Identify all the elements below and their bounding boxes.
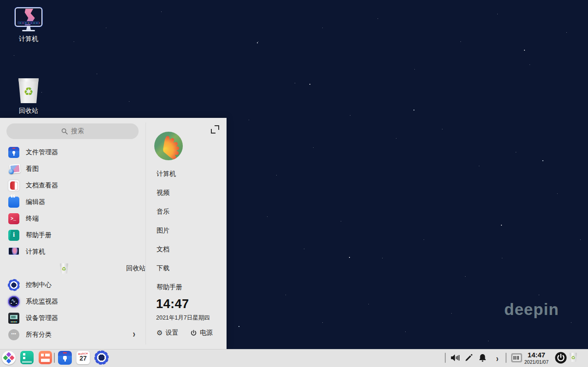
settings-label: 设置 bbox=[165, 329, 178, 337]
app-label: 控制中心 bbox=[26, 281, 52, 289]
app-label: 所有分类 bbox=[26, 331, 52, 339]
dock-control-center-icon[interactable] bbox=[95, 351, 108, 364]
device-manager-icon bbox=[8, 313, 19, 324]
launcher-app-file-manager[interactable]: 文件管理器 bbox=[0, 144, 146, 161]
dock-app-grid-icon[interactable] bbox=[39, 351, 52, 364]
shortcut-videos[interactable]: 视频 bbox=[157, 189, 169, 197]
launcher-divider bbox=[146, 122, 146, 344]
power-button[interactable]: 电源 bbox=[190, 329, 213, 337]
tray-expand-chevron-icon[interactable]: › bbox=[493, 354, 502, 362]
search-icon bbox=[61, 128, 68, 135]
shortcut-pictures[interactable]: 图片 bbox=[157, 227, 169, 235]
app-label: 编辑器 bbox=[26, 198, 45, 206]
desktop-icon-label: 回收站 bbox=[6, 107, 51, 115]
deepin-watermark: deepin bbox=[504, 300, 559, 319]
desktop-icon-label: 计算机 bbox=[6, 35, 51, 43]
launcher-app-computer[interactable]: 计算机 bbox=[0, 244, 146, 260]
app-label: 文件管理器 bbox=[26, 148, 58, 157]
gear-icon: ⚙ bbox=[157, 329, 163, 337]
power-label: 电源 bbox=[200, 329, 213, 337]
help-manual-icon bbox=[8, 230, 19, 241]
launcher-app-image-viewer[interactable]: 看图 bbox=[0, 161, 146, 177]
launcher-app-control-center[interactable]: 控制中心 bbox=[0, 277, 146, 293]
taskbar-date: 2021/01/07 bbox=[522, 359, 551, 365]
shortcut-computer[interactable]: 计算机 bbox=[157, 170, 176, 178]
search-placeholder: 搜索 bbox=[71, 127, 84, 135]
editor-icon bbox=[8, 197, 19, 208]
keyboard-icon[interactable] bbox=[511, 353, 522, 362]
dock-multitasking-view-icon[interactable] bbox=[20, 351, 34, 364]
shortcut-help-manual[interactable]: 帮助手册 bbox=[157, 283, 182, 291]
app-label: 设备管理器 bbox=[26, 314, 58, 322]
chevron-right-icon: › bbox=[133, 329, 135, 341]
calendar-day: 27 bbox=[76, 355, 90, 362]
terminal-icon bbox=[8, 213, 19, 224]
app-label: 帮助手册 bbox=[26, 231, 52, 239]
shutdown-button[interactable] bbox=[555, 352, 567, 366]
dock-file-manager-icon[interactable] bbox=[58, 351, 72, 365]
shortcut-documents[interactable]: 文档 bbox=[157, 245, 169, 254]
image-viewer-icon bbox=[8, 163, 19, 175]
all-categories-icon bbox=[8, 329, 19, 340]
dock-calendar-icon[interactable]: MARCH 27 bbox=[76, 351, 90, 364]
computer-icon bbox=[15, 7, 42, 31]
computer-icon bbox=[8, 246, 19, 257]
stars-bright bbox=[0, 0, 1, 1]
trash-icon: ♻ bbox=[17, 78, 40, 103]
dock-launcher-button[interactable] bbox=[2, 351, 16, 365]
pen-input-icon[interactable] bbox=[464, 354, 473, 362]
launcher-app-system-monitor[interactable]: 系统监视器 bbox=[0, 293, 146, 310]
app-label: 看图 bbox=[26, 165, 39, 173]
taskbar-time: 14:47 bbox=[522, 351, 551, 359]
shortcut-music[interactable]: 音乐 bbox=[157, 208, 169, 216]
settings-button[interactable]: ⚙ 设置 bbox=[157, 329, 178, 337]
power-icon bbox=[190, 330, 197, 337]
file-manager-icon bbox=[8, 147, 19, 158]
desktop: deepin 计算机 ♻ 回收站 搜索 文件管理器 看图 bbox=[0, 0, 588, 367]
launcher-time: 14:47 bbox=[156, 297, 189, 311]
trash-icon: ♻ bbox=[59, 263, 69, 274]
volume-icon[interactable] bbox=[450, 354, 460, 362]
launcher-fullscreen-toggle[interactable] bbox=[211, 125, 219, 134]
user-avatar[interactable] bbox=[154, 132, 183, 160]
desktop-icon-computer[interactable]: 计算机 bbox=[6, 7, 51, 43]
document-viewer-icon bbox=[8, 180, 19, 191]
app-label: 回收站 bbox=[126, 264, 146, 273]
notification-bell-icon[interactable] bbox=[478, 354, 487, 362]
launcher-app-trash[interactable]: ♻ 回收站 bbox=[0, 260, 146, 277]
desktop-icon-trash[interactable]: ♻ 回收站 bbox=[6, 78, 51, 115]
launcher-app-terminal[interactable]: 终端 bbox=[0, 210, 146, 227]
app-label: 系统监视器 bbox=[26, 297, 58, 306]
tray-separator bbox=[445, 353, 446, 363]
app-label: 终端 bbox=[26, 215, 39, 223]
system-monitor-icon bbox=[8, 296, 19, 307]
app-label: 计算机 bbox=[26, 248, 45, 256]
launcher-app-help-manual[interactable]: 帮助手册 bbox=[0, 227, 146, 244]
launcher-app-editor[interactable]: 编辑器 bbox=[0, 194, 146, 210]
shortcut-downloads[interactable]: 下载 bbox=[157, 264, 169, 273]
taskbar-clock[interactable]: 14:47 2021/01/07 bbox=[522, 351, 551, 365]
app-label: 文档查看器 bbox=[26, 181, 58, 190]
launcher-date: 2021年1月7日星期四 bbox=[156, 314, 210, 322]
tray-separator bbox=[506, 353, 506, 363]
all-categories-button[interactable]: 所有分类 › bbox=[0, 326, 146, 343]
search-input[interactable]: 搜索 bbox=[6, 123, 139, 139]
power-icon bbox=[555, 352, 567, 364]
control-center-icon bbox=[8, 280, 19, 291]
launcher-app-document-viewer[interactable]: 文档查看器 bbox=[0, 177, 146, 194]
launcher-app-device-manager[interactable]: 设备管理器 bbox=[0, 310, 146, 326]
dock-separator bbox=[54, 353, 55, 363]
taskbar-trash-icon[interactable]: ♻ bbox=[569, 353, 577, 362]
